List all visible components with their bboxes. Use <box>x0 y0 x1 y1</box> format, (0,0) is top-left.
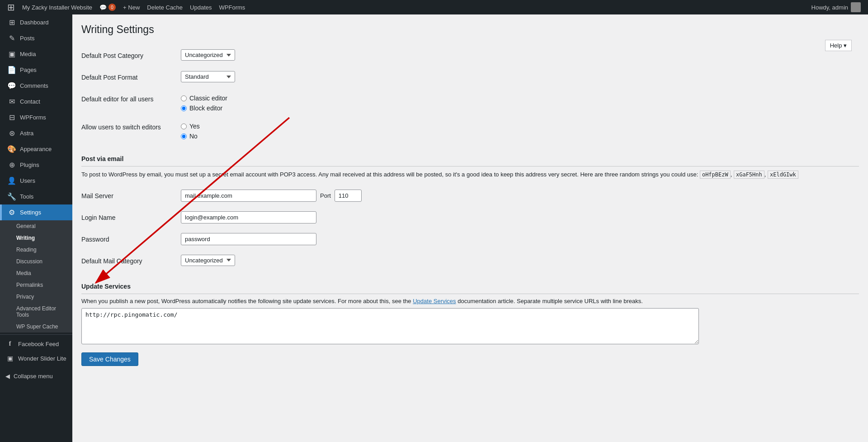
sidebar-item-label: Posts <box>20 35 35 42</box>
site-name-link[interactable]: My Zacky Installer Website <box>19 0 96 14</box>
allow-switch-label: Allow users to switch editors <box>81 116 181 144</box>
main-content: Help ▾ Writing Settings Default Post Cat… <box>72 14 868 442</box>
comments-icon: 💬 <box>7 81 16 90</box>
howdy-text: Howdy, admin <box>808 2 864 12</box>
allow-switch-no-label: No <box>189 133 198 140</box>
astra-icon: ⊛ <box>7 129 16 138</box>
wp-logo-icon: ⊞ <box>4 2 19 13</box>
plugins-icon: ⊕ <box>7 161 16 169</box>
sidebar-item-label: Tools <box>20 193 33 200</box>
random-string-2: xGaF5Hnh <box>734 171 764 179</box>
submenu-permalinks[interactable]: Permalinks <box>0 279 72 291</box>
default-post-category-select[interactable]: Uncategorized <box>181 49 235 61</box>
comments-bubble: 0 <box>108 4 116 11</box>
allow-switch-yes-radio[interactable] <box>181 124 187 129</box>
comments-icon-link[interactable]: 💬 0 <box>96 0 119 14</box>
delete-cache-link[interactable]: Delete Cache <box>143 0 186 14</box>
save-changes-button[interactable]: Save Changes <box>81 352 138 366</box>
allow-switch-radio-group: Yes No <box>181 121 859 140</box>
collapse-menu-button[interactable]: ◀ Collapse menu <box>0 369 72 383</box>
sidebar-item-media[interactable]: ▣ Media <box>0 46 72 62</box>
plugin-label: Wonder Slider Lite <box>18 355 66 362</box>
media-icon: ▣ <box>7 50 16 58</box>
wpforms-link[interactable]: WPForms <box>216 0 249 14</box>
default-editor-label: Default editor for all users <box>81 88 181 116</box>
sidebar-item-pages[interactable]: 📄 Pages <box>0 62 72 78</box>
pages-icon: 📄 <box>7 66 16 74</box>
allow-switch-yes-option[interactable]: Yes <box>181 123 859 130</box>
sidebar-item-label: Media <box>20 51 36 57</box>
classic-editor-option-label: Classic editor <box>189 95 227 102</box>
settings-table: Default Post Category Uncategorized Defa… <box>81 45 859 144</box>
port-input[interactable] <box>335 190 362 202</box>
login-name-label: Login Name <box>81 207 181 228</box>
sidebar-item-users[interactable]: 👤 Users <box>0 173 72 189</box>
admin-sidebar: ⊞ Dashboard ✎ Posts ▣ Media 📄 Pages 💬 Co… <box>0 14 72 442</box>
block-editor-option[interactable]: Block editor <box>181 105 859 112</box>
sidebar-item-settings[interactable]: ⚙ Settings <box>0 204 72 220</box>
submenu-reading[interactable]: Reading <box>0 244 72 256</box>
submenu-discussion[interactable]: Discussion <box>0 256 72 267</box>
sidebar-item-label: Appearance <box>20 146 52 152</box>
classic-editor-radio[interactable] <box>181 95 187 101</box>
table-row: Password <box>81 228 859 250</box>
sidebar-item-posts[interactable]: ✎ Posts <box>0 30 72 46</box>
table-row: Default Post Category Uncategorized <box>81 45 859 67</box>
mail-server-input[interactable] <box>181 190 316 202</box>
allow-switch-no-radio[interactable] <box>181 133 187 139</box>
default-mail-category-select[interactable]: Uncategorized <box>181 255 235 266</box>
default-post-format-select[interactable]: Standard <box>181 71 235 82</box>
dashboard-icon: ⊞ <box>7 18 16 27</box>
sidebar-item-label: Users <box>20 177 35 184</box>
update-services-textarea[interactable]: http://rpc.pingomatic.com/ <box>81 308 699 344</box>
port-label: Port <box>320 192 331 199</box>
submenu-privacy[interactable]: Privacy <box>0 291 72 303</box>
tools-icon: 🔧 <box>7 192 16 201</box>
sidebar-item-tools[interactable]: 🔧 Tools <box>0 189 72 204</box>
sidebar-item-plugins[interactable]: ⊕ Plugins <box>0 157 72 173</box>
users-icon: 👤 <box>7 176 16 185</box>
mail-server-label: Mail Server <box>81 185 181 207</box>
table-row: Default editor for all users Classic edi… <box>81 88 859 116</box>
sidebar-item-comments[interactable]: 💬 Comments <box>0 78 72 94</box>
new-content-link[interactable]: + New <box>119 0 143 14</box>
submenu-general[interactable]: General <box>0 220 72 232</box>
submenu-advanced-editor-tools[interactable]: Advanced Editor Tools <box>0 303 72 321</box>
post-via-email-heading: Post via email <box>81 155 859 166</box>
help-tab-button[interactable]: Help ▾ <box>825 40 852 51</box>
settings-submenu: General Writing Reading Discussion Media… <box>0 220 72 333</box>
sidebar-item-label: Pages <box>20 67 37 73</box>
sidebar-item-dashboard[interactable]: ⊞ Dashboard <box>0 14 72 30</box>
sidebar-item-astra[interactable]: ⊛ Astra <box>0 125 72 141</box>
classic-editor-option[interactable]: Classic editor <box>181 95 859 102</box>
sidebar-item-wpforms[interactable]: ⊟ WPForms <box>0 109 72 125</box>
sidebar-item-label: WPForms <box>20 114 46 121</box>
password-label: Password <box>81 228 181 250</box>
admin-bar: ⊞ My Zacky Installer Website 💬 0 + New D… <box>0 0 868 14</box>
update-services-description: When you publish a new post, WordPress a… <box>81 298 859 304</box>
sidebar-item-label: Settings <box>20 209 41 216</box>
writing-settings-form: Default Post Category Uncategorized Defa… <box>81 45 859 366</box>
sidebar-item-wonder-slider[interactable]: ▣ Wonder Slider Lite <box>0 351 72 366</box>
sidebar-item-label: Comments <box>20 82 48 89</box>
table-row: Allow users to switch editors Yes <box>81 116 859 144</box>
block-editor-radio[interactable] <box>181 105 187 111</box>
page-title: Writing Settings <box>81 24 859 36</box>
update-services-link[interactable]: Update Services <box>413 298 456 304</box>
default-post-category-label: Default Post Category <box>81 45 181 67</box>
default-mail-category-label: Default Mail Category <box>81 250 181 272</box>
allow-switch-no-option[interactable]: No <box>181 133 859 140</box>
sidebar-item-label: Contact <box>20 98 40 105</box>
submenu-media[interactable]: Media <box>0 267 72 279</box>
sidebar-item-label: Dashboard <box>20 19 49 26</box>
password-input[interactable] <box>181 233 316 245</box>
submenu-writing[interactable]: Writing <box>0 232 72 244</box>
login-name-input[interactable] <box>181 211 316 223</box>
sidebar-item-label: Plugins <box>20 162 39 168</box>
sidebar-item-contact[interactable]: ✉ Contact <box>0 94 72 109</box>
sidebar-item-appearance[interactable]: 🎨 Appearance <box>0 141 72 157</box>
submenu-wp-super-cache[interactable]: WP Super Cache <box>0 321 72 333</box>
updates-link[interactable]: Updates <box>186 0 215 14</box>
wonder-slider-icon: ▣ <box>5 355 14 362</box>
sidebar-item-facebook-feed[interactable]: f Facebook Feed <box>0 337 72 351</box>
